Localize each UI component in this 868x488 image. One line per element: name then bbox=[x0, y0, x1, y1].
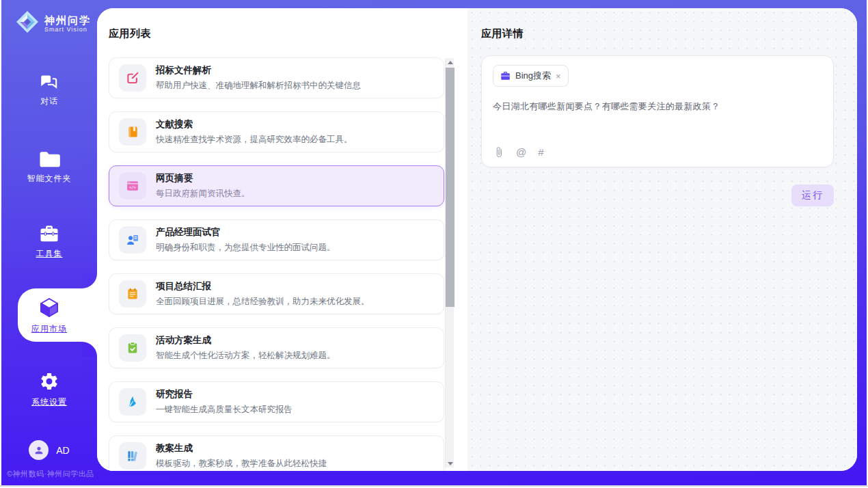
cube-icon bbox=[1, 297, 97, 318]
chat-icon bbox=[1, 72, 97, 91]
sidebar-item-app-market[interactable]: 应用市场 bbox=[1, 297, 97, 335]
copyright-text: ©神州数码·神州问学出品 bbox=[7, 469, 94, 479]
app-card-desc: 智能生成个性化活动方案，轻松解决规划难题。 bbox=[156, 350, 336, 362]
app-card-title: 教案生成 bbox=[156, 442, 327, 455]
active-tab-curve-bottom bbox=[82, 342, 97, 357]
sidebar-item-label: 工具集 bbox=[1, 248, 97, 260]
app-card-desc: 每日政府新闻资讯快查。 bbox=[156, 188, 250, 200]
app-card-title: 招标文件解析 bbox=[156, 64, 361, 77]
toolbox-icon bbox=[1, 224, 97, 243]
sidebar-item-smart-folder[interactable]: 智能文件夹 bbox=[1, 150, 97, 185]
app-list-panel: 应用列表 招标文件解析 帮助用户快速、准 bbox=[97, 8, 467, 471]
sidebar-item-label: 智能文件夹 bbox=[1, 173, 97, 185]
app-card-title: 研究报告 bbox=[156, 388, 293, 401]
tool-chip-label: Bing搜索 bbox=[515, 70, 551, 82]
sidebar-item-label: 系统设置 bbox=[1, 396, 97, 408]
app-detail-title: 应用详情 bbox=[481, 27, 834, 40]
scroll-down-icon[interactable] bbox=[446, 459, 455, 467]
sidebar: 神州问学 Smart Vision 对话 智能文件夹 bbox=[1, 0, 97, 485]
pen-icon bbox=[119, 388, 146, 416]
sidebar-item-toolset[interactable]: 工具集 bbox=[1, 224, 97, 260]
report-icon bbox=[119, 280, 146, 308]
app-card-title: 项目总结汇报 bbox=[156, 280, 370, 293]
app-card-project-summary[interactable]: 项目总结汇报 全面回顾项目进展，总结经验教训，助力未来优化发展。 bbox=[109, 273, 444, 314]
interviewer-icon bbox=[119, 226, 146, 254]
sidebar-item-label: 对话 bbox=[1, 96, 97, 107]
app-card-title: 产品经理面试官 bbox=[156, 226, 336, 239]
app-card-lesson-plan[interactable]: 教案生成 模板驱动，教案秒成，教学准备从此轻松快捷 bbox=[109, 435, 444, 471]
hash-icon[interactable]: # bbox=[538, 146, 543, 158]
sidebar-item-settings[interactable]: 系统设置 bbox=[1, 371, 97, 408]
query-input[interactable]: 今日湖北有哪些新闻要点？有哪些需要关注的最新政策？ bbox=[493, 100, 822, 113]
app-detail-panel: 应用详情 Bing搜索 × 今日湖北有哪些新闻要点？有哪些需要关注的最新政策？ bbox=[467, 8, 857, 471]
book-icon bbox=[119, 118, 146, 146]
brand-subtitle: Smart Vision bbox=[44, 26, 91, 33]
attachment-icon[interactable] bbox=[493, 146, 504, 158]
scrollbar-thumb[interactable] bbox=[446, 68, 455, 307]
brand: 神州问学 Smart Vision bbox=[15, 10, 91, 37]
svg-text:</>: </> bbox=[129, 185, 137, 189]
user-name: AD bbox=[56, 445, 69, 456]
briefcase-icon bbox=[500, 71, 511, 81]
bottom-divider bbox=[0, 485, 868, 487]
scroll-up-icon[interactable] bbox=[446, 58, 455, 66]
app-card-research-report[interactable]: 研究报告 一键智能生成高质量长文本研究报告 bbox=[109, 381, 444, 422]
brand-name: 神州问学 bbox=[44, 14, 91, 26]
prompt-card: Bing搜索 × 今日湖北有哪些新闻要点？有哪些需要关注的最新政策？ @ # bbox=[481, 55, 834, 167]
browser-code-icon: </> bbox=[119, 172, 146, 200]
app-card-literature-search[interactable]: 文献搜索 快速精准查找学术资源，提高研究效率的必备工具。 bbox=[109, 111, 444, 152]
app-card-title: 文献搜索 bbox=[156, 118, 353, 131]
app-card-title: 活动方案生成 bbox=[156, 334, 336, 347]
app-card-event-plan[interactable]: 活动方案生成 智能生成个性化活动方案，轻松解决规划难题。 bbox=[109, 327, 444, 368]
app-list: 招标文件解析 帮助用户快速、准确地理解和解析招标书中的关键信息 bbox=[109, 57, 444, 471]
user-row[interactable]: AD bbox=[1, 440, 97, 460]
sidebar-item-label: 应用市场 bbox=[1, 323, 97, 335]
app-card-title: 网页摘要 bbox=[156, 172, 250, 185]
close-icon[interactable]: × bbox=[556, 72, 561, 81]
tool-chip-bing-search[interactable]: Bing搜索 × bbox=[493, 65, 569, 87]
app-card-web-summary[interactable]: </> 网页摘要 每日政府新闻资讯快查。 bbox=[109, 165, 444, 206]
app-card-desc: 快速精准查找学术资源，提高研究效率的必备工具。 bbox=[156, 134, 353, 146]
content-panel: 应用列表 招标文件解析 帮助用户快速、准 bbox=[97, 8, 857, 471]
brand-gem-icon bbox=[15, 10, 40, 37]
active-tab-curve-top bbox=[82, 273, 97, 288]
books-icon bbox=[119, 442, 146, 470]
app-card-desc: 明确身份和职责，为您提供专业性的面试问题。 bbox=[156, 242, 336, 254]
app-frame: 神州问学 Smart Vision 对话 智能文件夹 bbox=[1, 0, 867, 485]
app-card-desc: 帮助用户快速、准确地理解和解析招标书中的关键信息 bbox=[156, 80, 361, 92]
run-button[interactable]: 运行 bbox=[791, 185, 834, 206]
gear-icon bbox=[1, 371, 97, 392]
folder-icon bbox=[1, 150, 97, 168]
app-card-bid-parsing[interactable]: 招标文件解析 帮助用户快速、准确地理解和解析招标书中的关键信息 bbox=[109, 57, 444, 98]
mention-icon[interactable]: @ bbox=[516, 146, 526, 158]
app-card-desc: 全面回顾项目进展，总结经验教训，助力未来优化发展。 bbox=[156, 296, 370, 308]
app-card-desc: 模板驱动，教案秒成，教学准备从此轻松快捷 bbox=[156, 458, 327, 470]
edit-doc-icon bbox=[119, 64, 146, 92]
clipboard-check-icon bbox=[119, 334, 146, 362]
app-card-pm-interviewer[interactable]: 产品经理面试官 明确身份和职责，为您提供专业性的面试问题。 bbox=[109, 219, 444, 260]
app-card-desc: 一键智能生成高质量长文本研究报告 bbox=[156, 404, 293, 416]
sidebar-item-chat[interactable]: 对话 bbox=[1, 72, 97, 107]
app-list-scrollbar[interactable] bbox=[445, 58, 454, 467]
avatar bbox=[29, 440, 49, 460]
app-list-title: 应用列表 bbox=[109, 27, 467, 40]
composer-toolbar: @ # bbox=[493, 146, 544, 158]
